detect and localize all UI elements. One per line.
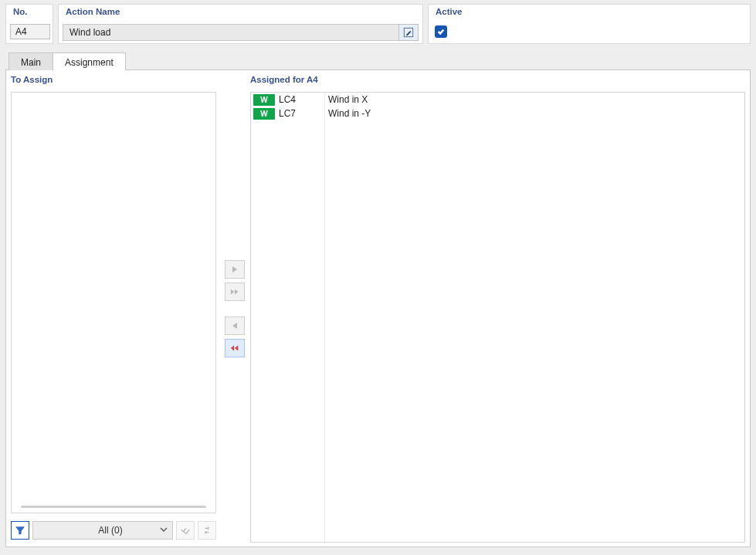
section-to-assign: To Assign All (0) [11, 75, 216, 543]
transfer-buttons [222, 75, 247, 543]
triangle-left-icon [230, 322, 239, 330]
input-action-name[interactable] [63, 24, 398, 41]
double-triangle-right-icon [230, 288, 239, 296]
move-all-right-button[interactable] [225, 283, 245, 301]
edit-icon [403, 27, 414, 38]
section-assigned: Assigned for A4 WLC4Wind in XWLC7Wind in… [250, 75, 745, 543]
checkbox-active[interactable] [435, 25, 447, 38]
edit-name-button[interactable] [398, 24, 419, 41]
funnel-icon [15, 525, 25, 536]
tab-body: To Assign All (0) [5, 70, 751, 547]
label-to-assign: To Assign [11, 75, 216, 84]
move-all-left-button[interactable] [225, 339, 245, 357]
list-assigned[interactable]: WLC4Wind in XWLC7Wind in -Y [250, 92, 745, 543]
category-badge: W [253, 108, 275, 120]
loadcase-code: LC7 [279, 108, 324, 119]
move-right-button[interactable] [225, 260, 245, 279]
check-icon [437, 28, 445, 36]
check-all-icon [180, 525, 191, 536]
panel-action-name: Action Name [58, 4, 423, 44]
panel-number: No. [5, 4, 53, 44]
header-row: No. Action Name Active [5, 4, 751, 44]
input-number[interactable] [10, 24, 50, 39]
label-action-name: Action Name [66, 7, 120, 16]
check-all-button[interactable] [176, 521, 195, 540]
double-triangle-left-icon [230, 344, 239, 352]
label-assigned: Assigned for A4 [250, 75, 745, 84]
loadcase-desc: Wind in X [324, 94, 368, 105]
label-active: Active [436, 7, 463, 16]
filter-dropdown-label: All (0) [98, 525, 122, 536]
loadcase-desc: Wind in -Y [324, 108, 371, 119]
tab-assignment[interactable]: Assignment [53, 52, 126, 71]
loadcase-code: LC4 [279, 94, 324, 105]
move-left-button[interactable] [225, 316, 245, 335]
chevron-down-icon [160, 525, 168, 536]
swap-icon [202, 525, 212, 536]
assigned-row[interactable]: WLC7Wind in -Y [251, 107, 744, 120]
tab-main[interactable]: Main [8, 52, 53, 70]
filter-button[interactable] [11, 521, 29, 540]
label-no: No. [13, 7, 28, 16]
assigned-row[interactable]: WLC4Wind in X [251, 93, 744, 107]
scrollbar-horizontal[interactable] [21, 506, 206, 508]
category-badge: W [253, 94, 275, 106]
swap-button[interactable] [198, 521, 216, 540]
to-assign-footer: All (0) [11, 518, 216, 543]
triangle-right-icon [230, 266, 239, 273]
list-to-assign[interactable] [11, 92, 216, 513]
panel-active: Active [428, 4, 751, 44]
tab-strip: Main Assignment [5, 52, 751, 70]
filter-dropdown[interactable]: All (0) [32, 521, 173, 540]
